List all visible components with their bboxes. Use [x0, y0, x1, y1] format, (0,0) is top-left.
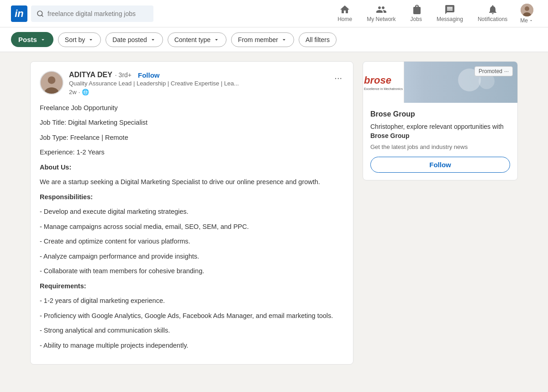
job-opportunity: Freelance Job Opportunity [40, 103, 344, 113]
chevron-down-icon [213, 37, 220, 43]
chevron-down-icon [281, 37, 287, 43]
svg-line-1 [42, 15, 43, 16]
nav-jobs[interactable]: Jobs [405, 0, 427, 27]
nav-notifications-label: Notifications [478, 16, 507, 22]
filter-bar: Posts Sort by Date posted Content type F… [0, 27, 548, 52]
nav-messaging-label: Messaging [437, 16, 463, 22]
promo-body: Brose Group Christopher, explore relevan… [363, 103, 517, 180]
author-details: ADITYA DEY · 3rd+ Follow Quality Assuran… [69, 71, 239, 95]
responsibilities-heading: Responsibilities: [40, 193, 93, 201]
date-posted-filter-button[interactable]: Date posted [105, 32, 163, 47]
network-icon [376, 4, 387, 15]
sidebar-card: brose Excellence in Mechatronics Promote… [363, 61, 518, 365]
promo-description: Christopher, explore relevant opportunit… [370, 122, 510, 141]
promo-company-name: Brose Group [370, 110, 510, 118]
post-content: Freelance Job Opportunity Job Title: Dig… [40, 103, 344, 350]
promoted-dots: ··· [504, 68, 509, 74]
jobs-icon [411, 4, 422, 15]
post-time: 2w [69, 89, 77, 95]
svg-point-6 [48, 76, 56, 84]
post-meta: 2w · 🌐 [69, 89, 239, 95]
search-bar[interactable] [31, 5, 153, 22]
about-heading: About Us: [40, 164, 71, 171]
list-item: - Collaborate with team members for cohe… [40, 266, 344, 276]
author-name-row: ADITYA DEY · 3rd+ Follow [69, 71, 239, 79]
post-author-info: ADITYA DEY · 3rd+ Follow Quality Assuran… [40, 71, 239, 95]
chevron-down-icon [150, 37, 156, 43]
avatar [521, 4, 533, 16]
globe-icon: 🌐 [82, 89, 89, 95]
nav-jobs-label: Jobs [411, 16, 422, 22]
author-title: Quality Assurance Lead | Leadership | Cr… [69, 80, 239, 87]
nav-messaging[interactable]: Messaging [431, 0, 469, 27]
requirements-heading: Requirements: [40, 282, 86, 290]
search-input[interactable] [47, 10, 148, 17]
list-item: - Manage campaigns across social media, … [40, 222, 344, 232]
promoted-label: Promoted [479, 68, 502, 74]
nav-me-label: Me [520, 17, 528, 24]
company-logo: brose Excellence in Mechatronics [363, 62, 404, 103]
experience-line: Experience: 1-2 Years [40, 147, 344, 157]
responsibilities-list: - Develop and execute digital marketing … [40, 207, 344, 276]
sort-by-filter-button[interactable]: Sort by [58, 32, 101, 47]
job-title-line: Job Title: Digital Marketing Specialist [40, 117, 344, 127]
promo-follow-button[interactable]: Follow [370, 157, 510, 173]
promo-card: brose Excellence in Mechatronics Promote… [363, 61, 518, 180]
about-text: We are a startup seeking a Digital Marke… [40, 177, 344, 187]
search-icon [37, 10, 44, 17]
list-item: - Proficiency with Google Analytics, Goo… [40, 311, 344, 321]
promo-bold-name: Brose Group [370, 132, 410, 139]
post-card: ADITYA DEY · 3rd+ Follow Quality Assuran… [30, 61, 353, 365]
requirements-list: - 1-2 years of digital marketing experie… [40, 296, 344, 350]
nav-notifications[interactable]: Notifications [472, 0, 513, 27]
promoted-badge: Promoted ··· [474, 66, 513, 76]
main-content: ADITYA DEY · 3rd+ Follow Quality Assuran… [23, 52, 525, 374]
list-item: - Create and optimize content for variou… [40, 236, 344, 246]
from-member-filter-button[interactable]: From member [231, 32, 294, 47]
chevron-down-icon [88, 37, 94, 43]
nav-home[interactable]: Home [332, 0, 358, 27]
linkedin-logo[interactable]: in [11, 5, 27, 22]
post-header: ADITYA DEY · 3rd+ Follow Quality Assuran… [40, 71, 344, 95]
navbar: in Home My Network Jobs [0, 0, 548, 27]
nav-my-network[interactable]: My Network [361, 0, 401, 27]
job-type-line: Job Type: Freelance | Remote [40, 132, 344, 143]
nav-my-network-label: My Network [367, 16, 395, 22]
author-name: ADITYA DEY [69, 71, 112, 79]
list-item: - 1-2 years of digital marketing experie… [40, 296, 344, 306]
post-follow-button[interactable]: Follow [138, 71, 160, 79]
svg-point-3 [525, 6, 529, 11]
content-type-filter-button[interactable]: Content type [168, 32, 227, 47]
nav-home-label: Home [337, 16, 352, 22]
promo-cta: Get the latest jobs and industry news [370, 143, 510, 150]
post-options-button[interactable]: ··· [332, 71, 344, 85]
promo-header: brose Excellence in Mechatronics Promote… [363, 62, 517, 103]
nav-items: Home My Network Jobs Messaging [332, 0, 537, 27]
messaging-icon [444, 4, 455, 15]
list-item: - Develop and execute digital marketing … [40, 207, 344, 217]
chevron-down-icon [40, 37, 46, 43]
list-item: - Analyze campaign performance and provi… [40, 251, 344, 261]
bell-icon [487, 4, 498, 15]
all-filters-button[interactable]: All filters [299, 32, 337, 47]
author-degree: · 3rd+ [115, 71, 132, 79]
list-item: - Ability to manage multiple projects in… [40, 340, 344, 350]
brose-logo-text: brose [364, 74, 403, 86]
home-icon [339, 4, 350, 15]
posts-filter-button[interactable]: Posts [11, 32, 53, 47]
list-item: - Strong analytical and communication sk… [40, 325, 344, 335]
nav-me[interactable]: Me [516, 0, 537, 27]
author-avatar [40, 71, 63, 95]
chevron-down-icon [529, 18, 533, 23]
brose-sub-text: Excellence in Mechatronics [364, 87, 403, 90]
